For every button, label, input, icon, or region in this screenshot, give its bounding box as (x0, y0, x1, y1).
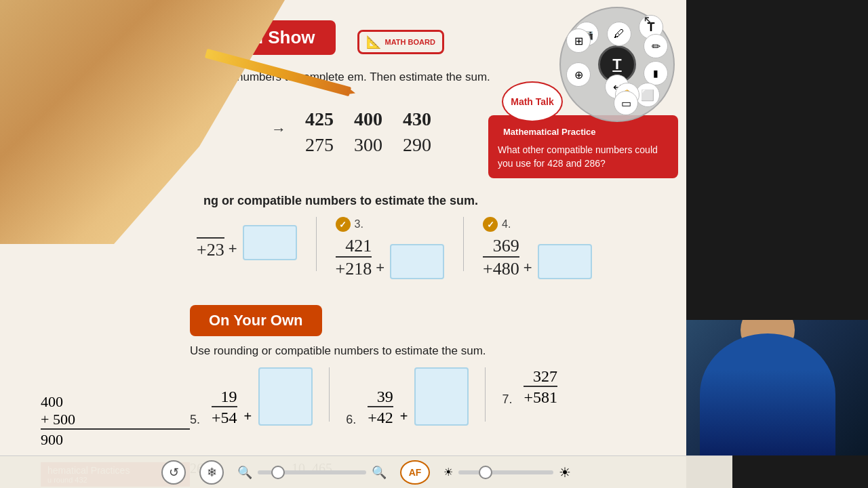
pencil-tool-button[interactable]: ✏ (644, 34, 668, 58)
brightness-slider[interactable]: ☀ ☀ (443, 464, 571, 481)
problem-left-partial: +23 + (197, 217, 297, 260)
estimate-box-3 (390, 244, 444, 279)
zoom-plus-icon: 🔍 (372, 465, 387, 480)
brightness-high-icon: ☀ (559, 464, 571, 481)
math-board-badge: 📐 MATH BOARD (357, 30, 444, 54)
num-col2-top: 400 (354, 108, 382, 130)
problem-5: 5. 19 +54 + (190, 367, 313, 427)
prob3-bottom: +218 (336, 256, 372, 279)
problem-7: 7. 327 +581 (502, 367, 557, 407)
prob6-blank (414, 367, 469, 426)
problem-6: 6. 39 +42 + (346, 367, 469, 427)
checkmark-3: ✓ (336, 217, 351, 232)
checkmark-4: ✓ (483, 217, 498, 232)
on-your-own-section: On Your Own Use rounding or compatible n… (190, 305, 732, 427)
webcam-feed (686, 320, 868, 455)
brightness-low-icon: ☀ (443, 466, 453, 479)
highlight-tool-button[interactable]: ▮ (644, 61, 668, 85)
prob7-top: 327 (533, 367, 557, 386)
pen-tool-button[interactable]: 🖊 (607, 22, 631, 46)
rect-tool-button[interactable]: ▭ (614, 91, 638, 115)
sep-oyo-1 (329, 367, 330, 422)
number-col-1: 425 275 (305, 108, 334, 156)
screen-tool-button[interactable]: ⊞ (566, 28, 591, 53)
bottom-toolbar: ↺ ❄ 🔍 🔍 AF ☀ ☀ (0, 455, 732, 488)
webcam-panel (686, 0, 868, 488)
middle-instructions: ng or compatible numbers to estimate the… (203, 194, 478, 208)
cursor-indicator: ↖ (643, 12, 654, 28)
float-toolbar: T 📷 🖊 T ✏ ▮ ⬜ ↩ ✋ ▭ ⊕ ⊞ ↖ (553, 7, 675, 129)
num-col1-top: 425 (305, 108, 334, 130)
arrow-right: → (271, 121, 286, 138)
brightness-track[interactable] (458, 470, 553, 474)
brightness-thumb[interactable] (479, 466, 492, 479)
toolbar-circle: T 📷 🖊 T ✏ ▮ ⬜ ↩ ✋ ▭ ⊕ ⊞ (559, 7, 675, 122)
prob4-bottom: +480 (483, 256, 519, 279)
prob4-top: 369 (483, 236, 519, 256)
on-your-own-problems: 5. 19 +54 + 6. 39 +42 + (190, 367, 732, 427)
prob5-top: 19 (221, 388, 237, 406)
zoom-tool-button[interactable]: ⊕ (566, 62, 591, 87)
prob6-bottom: +42 (368, 406, 393, 427)
on-your-own-instructions: Use rounding or compatible numbers to es… (190, 344, 732, 358)
separator-2 (463, 217, 464, 271)
zoom-slider[interactable]: 🔍 🔍 (237, 465, 387, 480)
zoom-track[interactable] (258, 470, 366, 474)
num-col3-top: 430 (403, 108, 431, 130)
problem-4: ✓ 4. 369 +480 + (483, 217, 592, 279)
refresh-button[interactable]: ↺ (161, 460, 186, 485)
snowflake-button[interactable]: ❄ (199, 460, 224, 485)
estimate-box-4 (538, 244, 592, 279)
af-button[interactable]: AF (400, 460, 430, 485)
zoom-minus-icon: 🔍 (237, 465, 252, 480)
on-your-own-button: On Your Own (190, 305, 322, 336)
number-col-3: 430 290 (403, 108, 431, 156)
zoom-thumb[interactable] (271, 466, 285, 479)
webcam-top-dark (686, 0, 868, 317)
separator-1 (316, 217, 317, 271)
top-problems-row: +23 + ✓ 3. 421 +218 + (197, 217, 732, 279)
problem-3: ✓ 3. 421 +218 + (336, 217, 445, 279)
number-col-2: 400 300 (354, 108, 382, 156)
num-col2-bottom: 300 (354, 134, 382, 156)
num-col3-bottom: 290 (403, 134, 431, 156)
prob5-blank (258, 367, 313, 426)
person-silhouette (700, 333, 835, 455)
num-col1-bottom: 275 (305, 134, 334, 156)
sep-oyo-2 (485, 367, 486, 422)
prob3-top: 421 (336, 236, 372, 256)
prob6-top: 39 (377, 388, 393, 406)
estimate-box-left (243, 225, 297, 260)
prob5-bottom: +54 (212, 406, 237, 427)
prob7-bottom: +581 (524, 386, 557, 407)
